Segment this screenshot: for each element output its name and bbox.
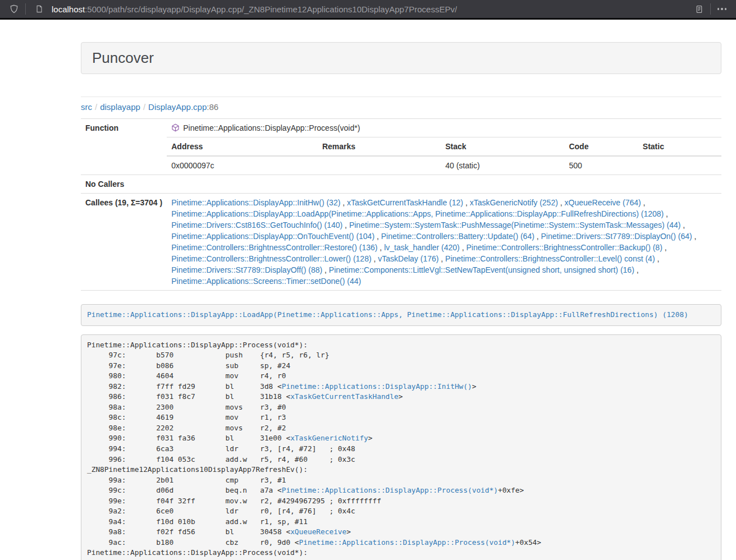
stats-cell: Address Remarks Stack Code Static 0x0000… [167,137,721,175]
callee-link[interactable]: xTaskGenericNotify (252) [470,198,558,207]
stats-table: Address Remarks Stack Code Static 0x0000… [167,137,721,175]
callee-link[interactable]: xQueueReceive (764) [565,198,641,207]
stats-value-row: 0x0000097c 40 (static) 500 [167,156,721,175]
callee-link[interactable]: Pinetime::Components::LittleVgl::SetNewT… [329,265,634,274]
url-host: localhost [52,4,85,14]
stats-header-code: Code [564,137,638,156]
url-text: localhost:5000/path/src/displayapp/Displ… [52,4,457,14]
breadcrumb-link-src[interactable]: src [81,102,92,112]
no-callers-cell [167,175,721,194]
reader-mode-icon[interactable] [692,2,706,16]
callee-link[interactable]: Pinetime::Applications::DisplayApp::Init… [171,198,340,207]
assembly-code: Pinetime::Applications::DisplayApp::Proc… [81,334,721,560]
stats-stack-value: 40 (static) [441,156,564,175]
callees-label: Callees (19, Σ=3704 ) [81,194,167,291]
stats-remarks-value [318,156,441,175]
breadcrumb-line-number: :86 [207,102,218,112]
callee-link[interactable]: Pinetime::Controllers::BrightnessControl… [171,243,377,252]
shield-icon[interactable] [7,2,21,16]
callees-list: Pinetime::Applications::DisplayApp::Init… [167,194,721,291]
function-row: Function Pinetime::Applications::Display… [81,119,721,137]
url-bar[interactable]: localhost:5000/path/src/displayapp/Displ… [30,1,692,17]
app-title-panel: Puncover [81,42,721,74]
function-detail-table: Function Pinetime::Applications::Display… [81,118,721,291]
callee-link[interactable]: Pinetime::System::SystemTask::PushMessag… [349,221,681,229]
callee-link[interactable]: xTaskGetCurrentTaskHandle (12) [347,198,463,207]
callees-row: Callees (19, Σ=3704 ) Pinetime::Applicat… [81,194,721,291]
callee-link[interactable]: vTaskDelay (176) [378,254,438,263]
callee-link[interactable]: Pinetime::Drivers::St7789::DisplayOff() … [171,265,322,274]
assembly-symbol-link[interactable]: xTaskGenericNotify [290,434,368,442]
url-path: :5000/path/src/displayapp/DisplayApp.cpp… [85,4,457,14]
callee-link[interactable]: Pinetime::Applications::DisplayApp::Load… [171,209,664,218]
callee-link[interactable]: Pinetime::Controllers::BrightnessControl… [445,254,655,263]
callee-link[interactable]: Pinetime::Controllers::Battery::Update()… [381,232,534,241]
function-cube-icon [171,123,180,132]
no-callers-label: No Callers [81,175,167,194]
assembly-symbol-link[interactable]: Pinetime::Applications::DisplayApp::Proc… [299,538,515,547]
breadcrumb-link-file[interactable]: DisplayApp.cpp [148,102,207,112]
callee-link[interactable]: Pinetime::Controllers::BrightnessControl… [466,243,662,252]
function-name-cell: Pinetime::Applications::DisplayApp::Proc… [167,119,721,137]
assembly-symbol-link[interactable]: Pinetime::Applications::DisplayApp::Init… [282,382,472,391]
divider [81,97,721,97]
stats-code-value: 500 [564,156,638,175]
assembly-symbol-link[interactable]: xQueueReceive [290,527,346,536]
app-title: Puncover [92,49,154,66]
stats-header-address: Address [167,137,318,156]
stats-header-remarks: Remarks [318,137,441,156]
callee-link[interactable]: Pinetime::Applications::Screens::Timer::… [171,277,361,286]
stats-row: Address Remarks Stack Code Static 0x0000… [81,137,721,175]
browser-toolbar: localhost:5000/path/src/displayapp/Displ… [0,0,736,20]
stats-header-stack: Stack [441,137,564,156]
assembly-symbol-link[interactable]: Pinetime::Applications::DisplayApp::Proc… [282,486,498,494]
stats-static-value [638,156,721,175]
callee-link[interactable]: Pinetime::Applications::DisplayApp::OnTo… [171,232,374,241]
toolbar-separator [710,3,711,15]
callee-link[interactable]: Pinetime::Controllers::BrightnessControl… [171,254,371,263]
no-callers-row: No Callers [81,175,721,194]
stats-address-value: 0x0000097c [167,156,318,175]
page-icon [32,2,47,16]
breadcrumb-link-displayapp[interactable]: displayapp [100,102,140,112]
function-name: Pinetime::Applications::DisplayApp::Proc… [183,123,360,132]
callee-link[interactable]: lv_task_handler (420) [384,243,460,252]
loadapp-symbol-link[interactable]: Pinetime::Applications::DisplayApp::Load… [87,310,688,319]
page-content: Puncover src/displayapp/DisplayApp.cpp:8… [81,42,721,560]
function-row-label: Function [81,119,167,175]
breadcrumb: src/displayapp/DisplayApp.cpp:86 [81,102,721,113]
breadcrumb-separator: / [140,102,148,112]
assembly-symbol-link[interactable]: xTaskGetCurrentTaskHandle [290,392,399,401]
breadcrumb-separator: / [92,102,100,112]
toolbar-separator [25,3,26,15]
callee-link[interactable]: Pinetime::Drivers::Cst816S::GetTouchInfo… [171,221,342,229]
highlighted-symbol-box: Pinetime::Applications::DisplayApp::Load… [81,304,721,326]
more-icon[interactable] [715,2,729,16]
callee-link[interactable]: Pinetime::Drivers::St7789::DisplayOn() (… [541,232,692,241]
stats-header-static: Static [638,137,721,156]
